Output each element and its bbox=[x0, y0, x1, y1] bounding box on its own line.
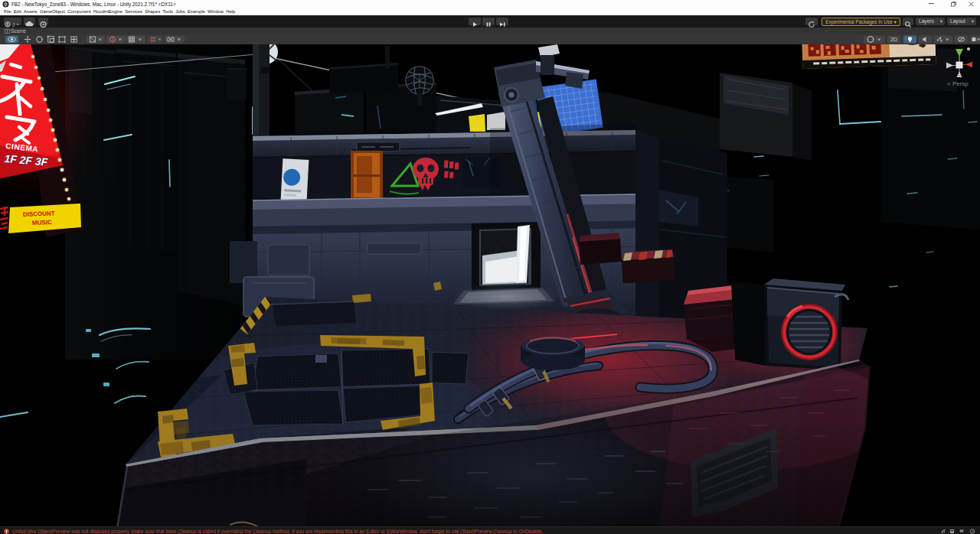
svg-text:2D: 2D bbox=[890, 37, 897, 42]
svg-text:MUSIC: MUSIC bbox=[32, 219, 52, 226]
svg-text:< Persp: < Persp bbox=[947, 80, 969, 87]
svg-text:J: J bbox=[12, 22, 15, 28]
svg-text:DISCOUNT: DISCOUNT bbox=[23, 210, 55, 218]
